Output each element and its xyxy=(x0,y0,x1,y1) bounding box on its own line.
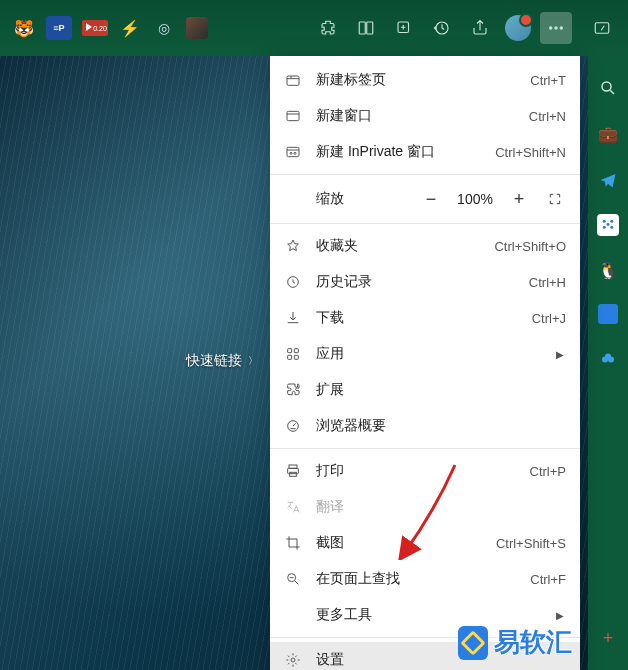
dashboard-icon xyxy=(284,418,302,434)
menu-item-label: 应用 xyxy=(316,345,542,363)
menu-item-label: 在页面上查找 xyxy=(316,570,516,588)
search-icon[interactable] xyxy=(596,76,620,100)
star-icon xyxy=(284,238,302,254)
menu-item-label: 历史记录 xyxy=(316,273,515,291)
menu-item-label: 扩展 xyxy=(316,381,566,399)
svg-point-32 xyxy=(291,658,295,662)
menu-item-shortcut: Ctrl+J xyxy=(532,311,566,326)
menu-item-shortcut: Ctrl+P xyxy=(530,464,566,479)
svg-point-9 xyxy=(603,220,606,223)
menu-item-new-window[interactable]: 新建窗口Ctrl+N xyxy=(270,98,580,134)
history-icon[interactable] xyxy=(426,12,458,44)
menu-item-screenshot[interactable]: 截图Ctrl+Shift+S xyxy=(270,525,580,561)
menu-item-label: 翻译 xyxy=(316,498,566,516)
svg-rect-30 xyxy=(290,472,297,476)
svg-rect-7 xyxy=(595,23,609,34)
target-icon[interactable]: ◎ xyxy=(152,16,176,40)
window-icon xyxy=(284,108,302,124)
qq-icon[interactable]: 🐧 xyxy=(596,258,620,282)
telegram-icon[interactable] xyxy=(596,168,620,192)
menu-item-extensions[interactable]: 扩展 xyxy=(270,372,580,408)
browser-toolbar: 🐯 ≡P 0.20 ⚡ ◎ xyxy=(0,0,628,56)
svg-rect-24 xyxy=(294,349,298,353)
quick-links-label[interactable]: 快速链接 〉 xyxy=(186,352,258,370)
tab-icon xyxy=(284,72,302,88)
svg-point-13 xyxy=(607,223,610,226)
svg-rect-23 xyxy=(288,349,292,353)
profile-avatar[interactable] xyxy=(502,12,534,44)
menu-item-new-tab[interactable]: 新建标签页Ctrl+T xyxy=(270,62,580,98)
menu-item-apps[interactable]: 应用▶ xyxy=(270,336,580,372)
briefcase-icon[interactable]: 💼 xyxy=(596,122,620,146)
menu-divider xyxy=(270,448,580,449)
menu-item-find[interactable]: 在页面上查找Ctrl+F xyxy=(270,561,580,597)
svg-point-11 xyxy=(603,226,606,229)
zoom-out-button[interactable]: − xyxy=(414,185,448,213)
menu-item-shortcut: Ctrl+F xyxy=(530,572,566,587)
fullscreen-button[interactable] xyxy=(540,192,570,206)
menu-item-shortcut: Ctrl+T xyxy=(530,73,566,88)
toolbar-right xyxy=(312,12,618,44)
cat-icon[interactable]: 🐯 xyxy=(12,16,36,40)
svg-point-5 xyxy=(555,27,557,29)
find-icon xyxy=(284,571,302,587)
ep-icon[interactable]: ≡P xyxy=(46,16,72,40)
more-menu-button[interactable] xyxy=(540,12,572,44)
download-icon xyxy=(284,310,302,326)
menu-divider xyxy=(270,174,580,175)
watermark-text: 易软汇 xyxy=(494,625,572,660)
svg-rect-18 xyxy=(287,111,299,120)
menu-item-shortcut: Ctrl+Shift+S xyxy=(496,536,566,551)
svg-point-21 xyxy=(294,152,296,154)
svg-rect-25 xyxy=(288,355,292,359)
chevron-right-icon: 〉 xyxy=(248,354,258,368)
menu-item-print[interactable]: 打印Ctrl+P xyxy=(270,453,580,489)
inprivate-icon xyxy=(284,144,302,160)
present-icon[interactable] xyxy=(586,12,618,44)
menu-item-history[interactable]: 历史记录Ctrl+H xyxy=(270,264,580,300)
menu-item-label: 打印 xyxy=(316,462,516,480)
translate-icon xyxy=(284,499,302,515)
cloud-icon[interactable] xyxy=(596,346,620,370)
svg-rect-0 xyxy=(359,22,365,34)
menu-item-translate: 翻译 xyxy=(270,489,580,525)
svg-rect-1 xyxy=(367,22,373,34)
menu-item-essentials[interactable]: 浏览器概要 xyxy=(270,408,580,444)
split-screen-icon[interactable] xyxy=(350,12,382,44)
menu-item-shortcut: Ctrl+Shift+O xyxy=(494,239,566,254)
svg-rect-17 xyxy=(287,76,299,85)
menu-item-label: 新建窗口 xyxy=(316,107,515,125)
puzzle-icon xyxy=(284,382,302,398)
svg-point-16 xyxy=(605,354,611,360)
share-icon[interactable] xyxy=(464,12,496,44)
menu-item-label: 收藏夹 xyxy=(316,237,480,255)
collections-icon[interactable] xyxy=(388,12,420,44)
leaf-icon[interactable]: ⚡ xyxy=(118,16,142,40)
print-icon xyxy=(284,463,302,479)
play-badge-icon[interactable]: 0.20 xyxy=(82,20,108,36)
svg-rect-26 xyxy=(294,355,298,359)
extensions-icon[interactable] xyxy=(312,12,344,44)
menu-item-downloads[interactable]: 下载Ctrl+J xyxy=(270,300,580,336)
menu-item-label: 新建 InPrivate 窗口 xyxy=(316,143,481,161)
zoom-in-button[interactable]: + xyxy=(502,185,536,213)
svg-point-6 xyxy=(560,27,562,29)
avatar-thumb-icon[interactable] xyxy=(186,17,208,39)
sidebar-add-button[interactable]: + xyxy=(596,626,620,650)
clock-icon xyxy=(284,274,302,290)
crop-icon xyxy=(284,535,302,551)
baidu-icon[interactable] xyxy=(597,214,619,236)
submenu-arrow-icon: ▶ xyxy=(556,610,566,621)
menu-item-label: 更多工具 xyxy=(316,606,542,624)
svg-point-8 xyxy=(602,82,611,91)
menu-item-label: 新建标签页 xyxy=(316,71,516,89)
watermark-icon xyxy=(458,626,488,660)
menu-item-favorites[interactable]: 收藏夹Ctrl+Shift+O xyxy=(270,228,580,264)
menu-item-new-inprivate[interactable]: 新建 InPrivate 窗口Ctrl+Shift+N xyxy=(270,134,580,170)
menu-item-shortcut: Ctrl+H xyxy=(529,275,566,290)
svg-point-4 xyxy=(550,27,552,29)
todo-icon[interactable] xyxy=(598,304,618,324)
menu-item-label: 截图 xyxy=(316,534,482,552)
zoom-label: 缩放 xyxy=(316,190,410,208)
svg-point-20 xyxy=(290,152,292,154)
